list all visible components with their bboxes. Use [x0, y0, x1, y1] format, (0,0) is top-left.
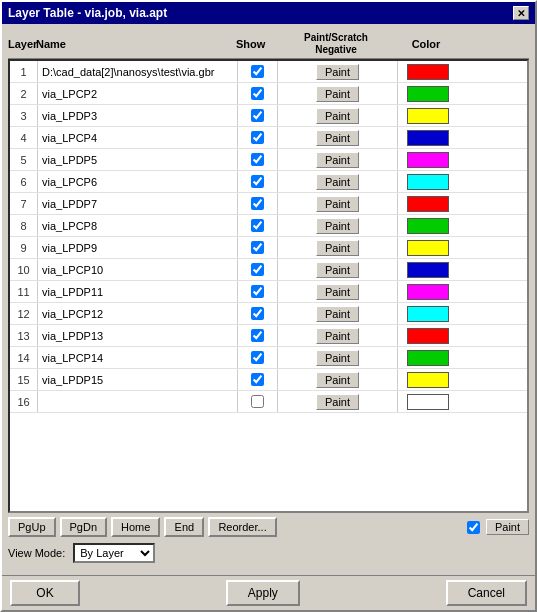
cell-show[interactable]: [238, 391, 278, 412]
paint-button[interactable]: Paint: [316, 284, 359, 300]
cell-show[interactable]: [238, 347, 278, 368]
cell-color[interactable]: [398, 127, 458, 148]
cell-color[interactable]: [398, 303, 458, 324]
bottom-paint-button[interactable]: Paint: [486, 519, 529, 535]
cell-color[interactable]: [398, 149, 458, 170]
paint-button[interactable]: Paint: [316, 306, 359, 322]
paint-button[interactable]: Paint: [316, 196, 359, 212]
cell-paint[interactable]: Paint: [278, 171, 398, 192]
paint-button[interactable]: Paint: [316, 130, 359, 146]
cell-paint[interactable]: Paint: [278, 391, 398, 412]
ok-button[interactable]: OK: [10, 580, 80, 606]
cell-color[interactable]: [398, 237, 458, 258]
show-checkbox[interactable]: [251, 219, 264, 232]
close-button[interactable]: ✕: [513, 6, 529, 20]
paint-button[interactable]: Paint: [316, 218, 359, 234]
show-checkbox[interactable]: [251, 109, 264, 122]
cell-show[interactable]: [238, 105, 278, 126]
color-swatch[interactable]: [407, 262, 449, 278]
cancel-button[interactable]: Cancel: [446, 580, 527, 606]
cell-color[interactable]: [398, 215, 458, 236]
layer-table[interactable]: 1 D:\cad_data[2]\nanosys\test\via.gbr Pa…: [8, 59, 529, 513]
cell-color[interactable]: [398, 325, 458, 346]
paint-button[interactable]: Paint: [316, 152, 359, 168]
color-swatch[interactable]: [407, 284, 449, 300]
cell-paint[interactable]: Paint: [278, 303, 398, 324]
show-checkbox[interactable]: [251, 307, 264, 320]
cell-show[interactable]: [238, 83, 278, 104]
color-swatch[interactable]: [407, 240, 449, 256]
cell-show[interactable]: [238, 369, 278, 390]
show-checkbox[interactable]: [251, 153, 264, 166]
cell-paint[interactable]: Paint: [278, 325, 398, 346]
color-swatch[interactable]: [407, 394, 449, 410]
paint-button[interactable]: Paint: [316, 86, 359, 102]
color-swatch[interactable]: [407, 328, 449, 344]
color-swatch[interactable]: [407, 108, 449, 124]
paint-button[interactable]: Paint: [316, 64, 359, 80]
color-swatch[interactable]: [407, 86, 449, 102]
show-checkbox[interactable]: [251, 285, 264, 298]
cell-paint[interactable]: Paint: [278, 61, 398, 82]
bottom-show-checkbox[interactable]: [467, 521, 480, 534]
paint-button[interactable]: Paint: [316, 328, 359, 344]
home-button[interactable]: Home: [111, 517, 160, 537]
cell-color[interactable]: [398, 369, 458, 390]
show-checkbox[interactable]: [251, 263, 264, 276]
cell-paint[interactable]: Paint: [278, 369, 398, 390]
cell-paint[interactable]: Paint: [278, 237, 398, 258]
cell-paint[interactable]: Paint: [278, 281, 398, 302]
cell-show[interactable]: [238, 281, 278, 302]
cell-show[interactable]: [238, 127, 278, 148]
pgup-button[interactable]: PgUp: [8, 517, 56, 537]
pgdn-button[interactable]: PgDn: [60, 517, 108, 537]
cell-color[interactable]: [398, 171, 458, 192]
color-swatch[interactable]: [407, 64, 449, 80]
cell-show[interactable]: [238, 303, 278, 324]
color-swatch[interactable]: [407, 130, 449, 146]
show-checkbox[interactable]: [251, 197, 264, 210]
cell-color[interactable]: [398, 61, 458, 82]
cell-show[interactable]: [238, 259, 278, 280]
cell-show[interactable]: [238, 237, 278, 258]
paint-button[interactable]: Paint: [316, 394, 359, 410]
show-checkbox[interactable]: [251, 241, 264, 254]
cell-color[interactable]: [398, 193, 458, 214]
reorder-button[interactable]: Reorder...: [208, 517, 276, 537]
cell-show[interactable]: [238, 61, 278, 82]
cell-show[interactable]: [238, 149, 278, 170]
cell-paint[interactable]: Paint: [278, 83, 398, 104]
cell-paint[interactable]: Paint: [278, 149, 398, 170]
color-swatch[interactable]: [407, 306, 449, 322]
cell-color[interactable]: [398, 259, 458, 280]
color-swatch[interactable]: [407, 350, 449, 366]
cell-color[interactable]: [398, 105, 458, 126]
cell-color[interactable]: [398, 83, 458, 104]
cell-paint[interactable]: Paint: [278, 215, 398, 236]
show-checkbox[interactable]: [251, 175, 264, 188]
color-swatch[interactable]: [407, 218, 449, 234]
cell-paint[interactable]: Paint: [278, 105, 398, 126]
show-checkbox[interactable]: [251, 65, 264, 78]
cell-paint[interactable]: Paint: [278, 347, 398, 368]
show-checkbox[interactable]: [251, 87, 264, 100]
end-button[interactable]: End: [164, 517, 204, 537]
cell-show[interactable]: [238, 193, 278, 214]
apply-button[interactable]: Apply: [226, 580, 300, 606]
paint-button[interactable]: Paint: [316, 240, 359, 256]
cell-color[interactable]: [398, 391, 458, 412]
color-swatch[interactable]: [407, 372, 449, 388]
paint-button[interactable]: Paint: [316, 262, 359, 278]
show-checkbox[interactable]: [251, 373, 264, 386]
paint-button[interactable]: Paint: [316, 108, 359, 124]
cell-show[interactable]: [238, 325, 278, 346]
color-swatch[interactable]: [407, 196, 449, 212]
paint-button[interactable]: Paint: [316, 372, 359, 388]
cell-color[interactable]: [398, 347, 458, 368]
cell-show[interactable]: [238, 215, 278, 236]
view-mode-select[interactable]: By Layer By Name By Number: [73, 543, 155, 563]
show-checkbox[interactable]: [251, 329, 264, 342]
paint-button[interactable]: Paint: [316, 350, 359, 366]
color-swatch[interactable]: [407, 152, 449, 168]
cell-paint[interactable]: Paint: [278, 193, 398, 214]
